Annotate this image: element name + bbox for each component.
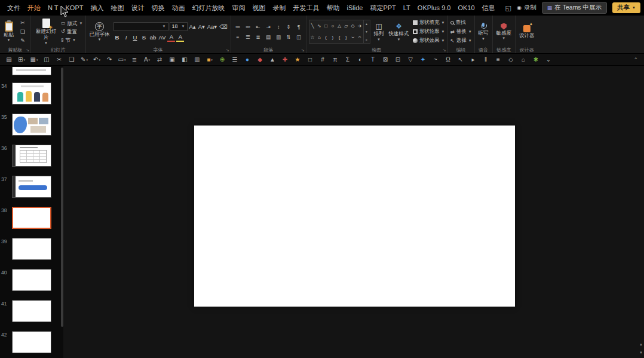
qat-icon-14[interactable]: ▣ [166, 55, 178, 65]
qat-icon-31[interactable]: ⊠ [379, 55, 391, 65]
qat-icon-25[interactable]: □ [304, 55, 316, 65]
menu-tab[interactable]: 文件 [4, 0, 24, 16]
slide-thumbnail-36[interactable] [12, 145, 51, 167]
collapse-ribbon-icon[interactable]: ⌃ [630, 57, 641, 63]
slide-thumbnail-42[interactable] [12, 331, 51, 353]
slide-thumbnail-38[interactable] [12, 207, 51, 229]
shape-cell-5[interactable]: △ [338, 23, 341, 29]
font-color-button[interactable]: A [167, 33, 175, 42]
qat-icon-7[interactable]: ✎▾ [78, 55, 90, 65]
shape-cell-14[interactable]: } [345, 35, 347, 40]
paragraph-button[interactable]: ⇤ [254, 23, 263, 30]
qat-icon-28[interactable]: Σ [342, 55, 354, 65]
paragraph-button[interactable]: ↕ [274, 23, 283, 30]
cut-button[interactable]: ✂ [17, 19, 28, 27]
find-button[interactable]: 查找 [450, 19, 472, 26]
menu-tab[interactable]: 审阅 [228, 0, 249, 16]
menu-tab[interactable]: 切换 [148, 0, 168, 16]
menu-tab[interactable]: 帮助 [323, 0, 343, 16]
qat-icon-42[interactable]: ⌂ [517, 55, 529, 65]
menu-tab[interactable]: 视图 [249, 0, 269, 16]
paragraph-button[interactable]: ◫ [295, 33, 303, 41]
qat-icon-37[interactable]: ↖ [455, 55, 467, 65]
menu-tab[interactable]: 开始 [24, 0, 44, 16]
shape-cell-1[interactable]: ╲ [311, 23, 314, 29]
qat-icon-17[interactable]: ■▾ [204, 55, 216, 65]
next-slide-icon[interactable]: ▼ [639, 351, 643, 354]
qat-icon-21[interactable]: ◆ [254, 55, 266, 65]
paragraph-button[interactable]: ⇕ [284, 23, 293, 30]
section-button[interactable]: § 节 ▼ [61, 36, 83, 44]
qat-icon-29[interactable]: ◐ [354, 55, 366, 65]
qat-icon-22[interactable]: ▲ [266, 55, 278, 65]
paragraph-button[interactable]: ⇅ [284, 33, 293, 41]
qat-icon-5[interactable]: ✂ [53, 55, 65, 65]
menu-tab[interactable]: 信息 [479, 0, 499, 16]
shape-outline-button[interactable]: 形状轮廓 ▼ [413, 28, 445, 35]
shape-cell-12[interactable]: ) [332, 35, 334, 40]
qat-icon-35[interactable]: ~ [430, 55, 441, 65]
menu-tab[interactable]: 录制 [269, 0, 289, 16]
shape-cell-13[interactable]: { [339, 35, 341, 40]
replace-button[interactable]: ⇄ 替换 ▼ [450, 28, 472, 35]
layout-button[interactable]: ▭ 版式 ▼ [61, 20, 83, 27]
shape-cell-8[interactable]: ➔ [358, 23, 362, 29]
shape-effects-button[interactable]: 形状效果 ▼ [413, 37, 445, 44]
underline-button[interactable]: U [131, 33, 139, 42]
character-spacing-button[interactable]: AV [158, 33, 167, 42]
qat-icon-11[interactable]: ≣ [128, 55, 140, 65]
shrink-font-button[interactable]: A▾ [198, 22, 206, 30]
qat-icon-24[interactable]: ★ [292, 55, 303, 65]
qat-icon-20[interactable]: ● [241, 55, 253, 65]
qat-icon-2[interactable]: ⊞▾ [16, 55, 27, 65]
menu-tab[interactable]: 幻灯片放映 [188, 0, 228, 16]
share-button[interactable]: 共享 ▼ [612, 2, 640, 13]
paragraph-button[interactable]: ≔ [234, 23, 243, 30]
ribbon-display-options-icon[interactable]: ◱ [505, 4, 511, 12]
menu-tab[interactable]: N T [44, 0, 62, 16]
bold-button[interactable]: B [114, 33, 121, 42]
qat-icon-6[interactable]: ❏ [66, 55, 78, 65]
shape-cell-4[interactable]: ○ [332, 23, 335, 29]
qat-icon-9[interactable]: ↷ [103, 55, 115, 65]
qat-icon-41[interactable]: ◇ [505, 55, 517, 65]
paragraph-button[interactable]: ≕ [244, 23, 253, 30]
shape-fill-button[interactable]: 形状填充 ▼ [413, 19, 445, 26]
qat-icon-15[interactable]: ◧ [179, 55, 191, 65]
shape-cell-10[interactable]: ⌂ [318, 35, 321, 40]
menu-tab[interactable]: 动画 [168, 0, 188, 16]
menu-tab[interactable]: 绘图 [107, 0, 127, 16]
qat-icon-27[interactable]: π [329, 55, 341, 65]
qat-icon-30[interactable]: T [367, 55, 379, 65]
menu-tab[interactable]: OK10 [454, 0, 478, 16]
shape-scroll-down-icon[interactable]: ▼ [365, 30, 368, 33]
drawing-dialog-launcher[interactable]: ↘ [443, 47, 446, 53]
qat-icon-8[interactable]: ↶▾ [91, 55, 103, 65]
qat-icon-38[interactable]: ▸ [467, 55, 479, 65]
clipboard-dialog-launcher[interactable]: ↘ [26, 47, 29, 53]
menu-tab[interactable]: 开发工具 [289, 0, 323, 16]
select-button[interactable]: ↖ 选择 ▼ [450, 37, 472, 44]
current-slide[interactable] [194, 126, 515, 307]
paragraph-button[interactable]: ≡ [234, 33, 243, 41]
qat-icon-32[interactable]: ⊡ [392, 55, 404, 65]
record-button[interactable]: ◉ 录制 [517, 4, 536, 12]
qat-icon-10[interactable]: ▭▾ [116, 55, 128, 65]
grow-font-button[interactable]: A▴ [189, 22, 197, 30]
paragraph-button[interactable]: ¶ [295, 23, 303, 30]
paragraph-button[interactable]: ▤ [264, 33, 273, 41]
shape-cell-6[interactable]: ▱ [344, 23, 348, 29]
qat-icon-26[interactable]: # [317, 55, 329, 65]
font-size-combobox[interactable]: 18▼ [170, 22, 188, 31]
dictate-button[interactable]: 听写 ▼ [477, 17, 490, 46]
sensitivity-button[interactable]: 敏感度 ▼ [495, 17, 513, 46]
change-case-button[interactable]: Aa▾ [207, 22, 217, 30]
qat-icon-18[interactable]: ⊕ [216, 55, 228, 65]
strikethrough-button[interactable]: S [140, 33, 148, 42]
strikethrough-ab-button[interactable]: ab [149, 33, 157, 42]
slide-thumbnail-40[interactable] [12, 269, 51, 291]
qat-icon-3[interactable]: ▦▾ [28, 55, 40, 65]
slide-thumbnail-35[interactable] [12, 114, 51, 136]
font-dialog-launcher[interactable]: ↘ [226, 47, 229, 53]
slide-thumbnail-37[interactable] [12, 176, 51, 198]
